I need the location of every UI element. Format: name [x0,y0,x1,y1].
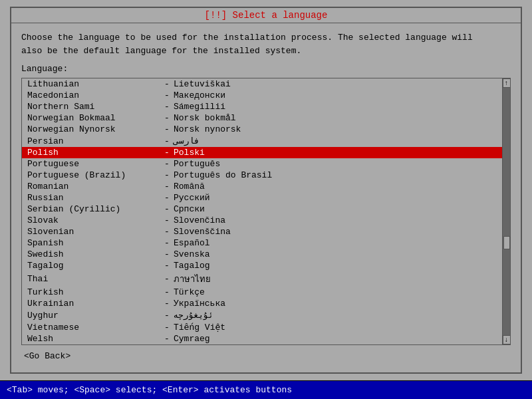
language-row-10[interactable]: Russian-Русский [22,192,510,203]
lang-separator: - [160,159,174,169]
language-row-21[interactable]: Vietnamese-Tiếng Việt [22,321,510,333]
language-row-8[interactable]: Portuguese (Brazil)-Português do Brasil [22,170,510,181]
lang-native: Sámegillii [174,102,505,112]
language-row-17[interactable]: Thai-ภาษาไทย [22,271,510,287]
scroll-down-button[interactable]: ↓ [503,335,511,344]
lang-native: Македонски [174,90,505,100]
lang-native: Norsk bokmål [174,113,505,123]
lang-separator: - [160,261,174,271]
description-line1: Choose the language to be used for the i… [21,31,511,45]
language-list: Lithuanian-LietuviškaiMacedonian-Македон… [22,78,510,344]
lang-name: Turkish [27,287,160,297]
lang-native: Español [174,238,505,248]
language-row-3[interactable]: Norwegian Bokmaal-Norsk bokmål [22,112,510,124]
lang-separator: - [160,299,174,309]
lang-name: Slovak [27,215,160,225]
lang-name: Norwegian Nynorsk [27,124,160,134]
buttons: <Go Back> [21,345,511,364]
language-row-20[interactable]: Uyghur-ئۇيغۇرچە [22,309,510,321]
lang-separator: - [160,287,174,297]
lang-separator: - [160,90,174,100]
lang-name: Lithuanian [27,79,160,89]
lang-name: Macedonian [27,90,160,100]
lang-native: Svenska [174,249,505,259]
lang-native: Русский [174,193,505,203]
lang-separator: - [160,274,174,284]
lang-separator: - [160,311,174,321]
lang-native: Português [174,159,505,169]
lang-separator: - [160,238,174,248]
go-back-button[interactable]: <Go Back> [21,350,73,362]
scroll-up-button[interactable]: ↑ [503,78,511,88]
language-list-container[interactable]: Lithuanian-LietuviškaiMacedonian-Македон… [21,78,511,345]
lang-separator: - [160,124,174,134]
language-row-7[interactable]: Portuguese-Português [22,158,510,170]
lang-native: Українська [174,299,505,309]
lang-native: Português do Brasil [174,170,505,180]
description-line2: also be the default language for the ins… [21,45,511,58]
language-row-15[interactable]: Swedish-Svenska [22,249,510,260]
language-row-5[interactable]: Persian-فارسی [22,135,510,147]
language-row-2[interactable]: Northern Sami-Sámegillii [22,101,510,112]
lang-name: Serbian (Cyrillic) [27,204,160,214]
lang-separator: - [160,215,174,225]
language-row-13[interactable]: Slovenian-Slovenščina [22,226,510,237]
lang-native: ئۇيغۇرچە [174,310,505,321]
lang-name: Romanian [27,182,160,192]
lang-native: Română [174,182,505,192]
language-row-19[interactable]: Ukrainian-Українська [22,298,510,309]
title-bar: [!!] Select a language [11,8,521,23]
status-bar: <Tab> moves; <Space> selects; <Enter> ac… [0,380,532,399]
lang-separator: - [160,193,174,203]
lang-native: Lietuviškai [174,79,505,89]
lang-name: Slovenian [27,227,160,237]
lang-separator: - [160,334,174,344]
lang-native: فارسی [174,136,505,146]
lang-name: Welsh [27,334,160,344]
lang-name: Vietnamese [27,323,160,332]
lang-native: Cymraeg [174,334,505,344]
language-row-0[interactable]: Lithuanian-Lietuviškai [22,78,510,90]
lang-separator: - [160,204,174,214]
lang-native: Tagalog [174,261,505,271]
lang-native: Slovenčina [174,215,505,225]
lang-name: Tagalog [27,261,160,271]
lang-name: Thai [27,274,160,284]
description: Choose the language to be used for the i… [21,31,511,57]
language-row-18[interactable]: Turkish-Türkçe [22,287,510,298]
lang-native: Polski [174,148,505,158]
lang-name: Norwegian Bokmaal [27,113,160,123]
lang-native: ภาษาไทย [174,272,505,286]
scroll-thumb [503,236,510,249]
language-row-11[interactable]: Serbian (Cyrillic)-Српски [22,203,510,215]
lang-native: Српски [174,204,505,214]
status-text: <Tab> moves; <Space> selects; <Enter> ac… [7,385,292,395]
lang-native: Slovenščina [174,227,505,237]
lang-separator: - [160,148,174,158]
lang-separator: - [160,249,174,259]
language-row-1[interactable]: Macedonian-Македонски [22,90,510,101]
lang-name: Portuguese (Brazil) [27,170,160,180]
app: [!!] Select a language Choose the langua… [0,0,532,399]
language-row-9[interactable]: Romanian-Română [22,181,510,192]
scrollbar: ↑ ↓ [502,78,510,344]
language-row-4[interactable]: Norwegian Nynorsk-Norsk nynorsk [22,124,510,135]
language-row-12[interactable]: Slovak-Slovenčina [22,215,510,226]
language-row-14[interactable]: Spanish-Español [22,237,510,249]
lang-separator: - [160,102,174,112]
lang-name: Swedish [27,249,160,259]
lang-native: Tiếng Việt [174,322,505,332]
language-row-6[interactable]: Polish-Polski [22,147,510,158]
lang-name: Ukrainian [27,299,160,309]
language-row-22[interactable]: Welsh-Cymraeg [22,333,510,344]
dialog: [!!] Select a language Choose the langua… [10,7,522,374]
lang-name: Persian [27,136,160,146]
lang-separator: - [160,136,174,146]
lang-name: Polish [27,148,160,158]
lang-separator: - [160,323,174,332]
language-row-16[interactable]: Tagalog-Tagalog [22,260,510,271]
lang-separator: - [160,113,174,123]
lang-name: Portuguese [27,159,160,169]
lang-name: Spanish [27,238,160,248]
lang-separator: - [160,227,174,237]
